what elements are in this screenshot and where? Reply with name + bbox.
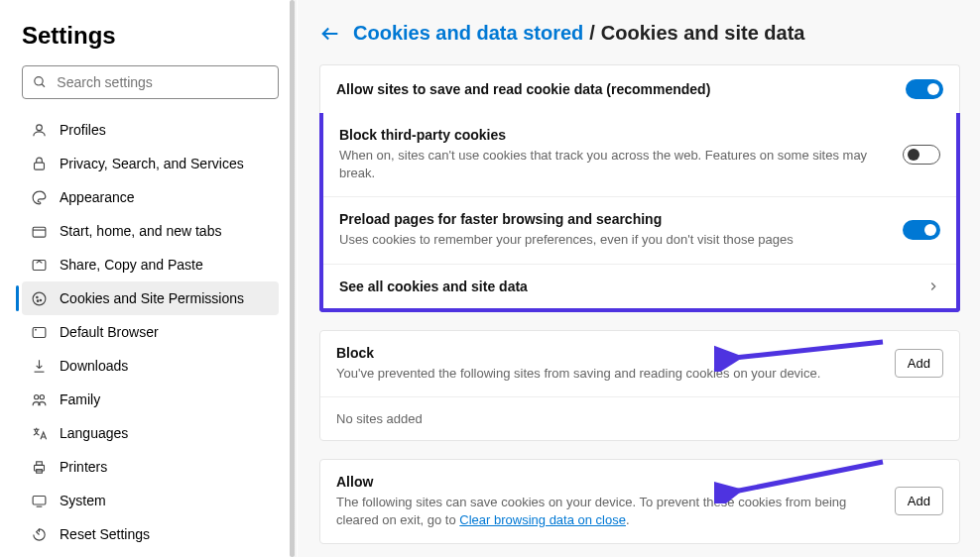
block-third-party-row: Block third-party cookies When on, sites…	[323, 113, 956, 197]
sidebar-item-label: Privacy, Search, and Services	[60, 156, 244, 171]
breadcrumb: Cookies and data stored / Cookies and si…	[319, 22, 960, 45]
see-all-cookies-row[interactable]: See all cookies and site data	[323, 265, 956, 308]
breadcrumb-parent[interactable]: Cookies and data stored	[353, 22, 583, 45]
breadcrumb-separator: /	[589, 22, 595, 45]
sidebar-item-appearance[interactable]: Appearance	[22, 180, 279, 214]
cookie-icon	[30, 289, 48, 307]
allow-add-button[interactable]: Add	[895, 487, 943, 515]
lock-icon	[30, 155, 48, 172]
sidebar-item-default-browser[interactable]: Default Browser	[22, 315, 279, 349]
sidebar-item-reset[interactable]: Reset Settings	[22, 517, 279, 551]
sidebar-item-start[interactable]: Start, home, and new tabs	[22, 214, 279, 248]
svg-rect-4	[33, 227, 46, 237]
sidebar-item-label: Default Browser	[60, 324, 159, 340]
page-title: Cookies and site data	[601, 22, 805, 45]
download-icon	[30, 357, 48, 375]
block-section-title: Block	[336, 345, 883, 361]
highlighted-settings-card: Block third-party cookies When on, sites…	[319, 113, 960, 312]
sidebar-item-cookies[interactable]: Cookies and Site Permissions	[22, 281, 279, 315]
sidebar-item-downloads[interactable]: Downloads	[22, 349, 279, 383]
sidebar-item-share[interactable]: Share, Copy and Paste	[22, 248, 279, 281]
block-third-party-toggle[interactable]	[903, 145, 940, 165]
search-icon	[33, 74, 47, 90]
svg-point-10	[37, 299, 38, 300]
chevron-right-icon	[926, 279, 940, 293]
svg-rect-6	[33, 260, 46, 270]
user-icon	[30, 121, 48, 139]
block-third-party-desc: When on, sites can't use cookies that tr…	[339, 147, 891, 182]
allow-section-header: Allow The following sites can save cooki…	[320, 460, 959, 543]
sidebar-item-label: Cookies and Site Permissions	[60, 290, 244, 306]
sidebar-item-phone[interactable]: Phone and Other Devices	[22, 551, 279, 557]
svg-point-14	[34, 394, 38, 398]
svg-point-2	[36, 124, 42, 130]
search-input[interactable]	[57, 74, 268, 90]
sidebar-scrollbar[interactable]	[290, 0, 295, 557]
sidebar-item-printers[interactable]: Printers	[22, 450, 279, 484]
clear-browsing-data-link[interactable]: Clear browsing data on close	[459, 512, 626, 527]
svg-rect-3	[34, 163, 44, 169]
printer-icon	[30, 458, 48, 476]
svg-point-7	[33, 292, 46, 305]
svg-line-1	[42, 84, 45, 87]
block-section-desc: You've prevented the following sites fro…	[336, 365, 883, 383]
allow-cookies-row: Allow sites to save and read cookie data…	[320, 65, 959, 113]
reset-icon	[30, 525, 48, 543]
preload-desc: Uses cookies to remember your preference…	[339, 231, 891, 249]
appearance-icon	[30, 188, 48, 206]
preload-toggle[interactable]	[903, 220, 940, 240]
sidebar-item-label: Appearance	[60, 189, 135, 205]
allow-section-title: Allow	[336, 474, 883, 490]
allow-section-card: Allow The following sites can save cooki…	[319, 459, 960, 544]
allow-cookies-title: Allow sites to save and read cookie data…	[336, 81, 894, 97]
language-icon	[30, 424, 48, 442]
block-section-header: Block You've prevented the following sit…	[320, 331, 959, 397]
block-empty-message: No sites added	[320, 397, 959, 440]
sidebar-item-privacy[interactable]: Privacy, Search, and Services	[22, 147, 279, 180]
sidebar-item-label: Share, Copy and Paste	[60, 257, 203, 273]
sidebar-nav: Profiles Privacy, Search, and Services A…	[22, 113, 279, 557]
cookies-top-card: Allow sites to save and read cookie data…	[319, 64, 960, 113]
allow-cookies-toggle[interactable]	[906, 79, 943, 99]
preload-title: Preload pages for faster browsing and se…	[339, 211, 891, 227]
sidebar-divider	[289, 0, 297, 557]
settings-title: Settings	[22, 22, 279, 50]
sidebar-item-label: Family	[60, 391, 100, 407]
see-all-cookies-title: See all cookies and site data	[339, 278, 915, 294]
allow-section-desc: The following sites can save cookies on …	[336, 494, 883, 529]
sidebar-item-label: System	[60, 493, 106, 508]
sidebar-item-languages[interactable]: Languages	[22, 416, 279, 450]
sidebar-item-label: Profiles	[60, 122, 106, 138]
sidebar-item-system[interactable]: System	[22, 484, 279, 517]
block-third-party-title: Block third-party cookies	[339, 127, 891, 143]
svg-point-9	[40, 299, 41, 300]
search-box[interactable]	[22, 65, 279, 99]
sidebar-item-label: Languages	[60, 425, 128, 441]
sidebar-item-label: Reset Settings	[60, 526, 150, 542]
sidebar-item-family[interactable]: Family	[22, 383, 279, 416]
svg-point-15	[40, 394, 44, 398]
main-content: Cookies and data stored / Cookies and si…	[298, 0, 980, 557]
block-section-card: Block You've prevented the following sit…	[319, 330, 960, 441]
svg-point-12	[35, 329, 36, 330]
sidebar-item-label: Downloads	[60, 358, 128, 374]
svg-rect-17	[36, 461, 42, 465]
tab-icon	[30, 222, 48, 240]
family-icon	[30, 390, 48, 408]
allow-desc-suffix: .	[626, 512, 630, 527]
svg-rect-19	[33, 496, 46, 504]
sidebar-item-label: Printers	[60, 459, 107, 475]
svg-rect-11	[33, 327, 46, 337]
sidebar-item-profiles[interactable]: Profiles	[22, 113, 279, 147]
svg-point-0	[35, 77, 43, 85]
preload-row: Preload pages for faster browsing and se…	[323, 197, 956, 264]
back-arrow-icon[interactable]	[319, 23, 341, 45]
svg-point-8	[36, 296, 37, 297]
settings-sidebar: Settings Profiles Privacy, Search, and S…	[0, 0, 298, 557]
block-add-button[interactable]: Add	[895, 349, 943, 378]
share-icon	[30, 256, 48, 274]
system-icon	[30, 492, 48, 509]
browser-icon	[30, 323, 48, 341]
sidebar-item-label: Start, home, and new tabs	[60, 223, 221, 239]
